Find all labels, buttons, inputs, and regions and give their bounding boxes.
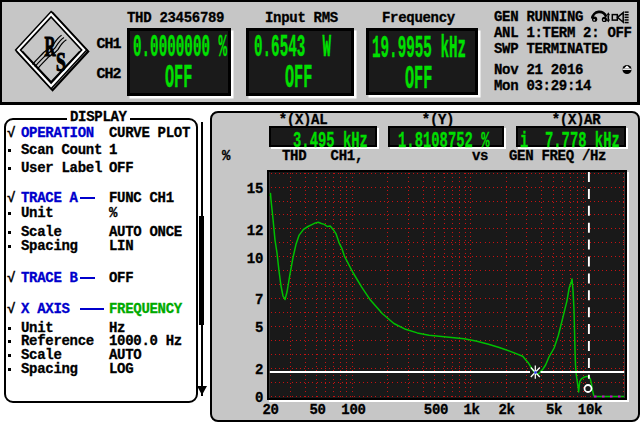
svg-text:R: R (45, 30, 56, 62)
svg-text:S: S (56, 46, 66, 77)
